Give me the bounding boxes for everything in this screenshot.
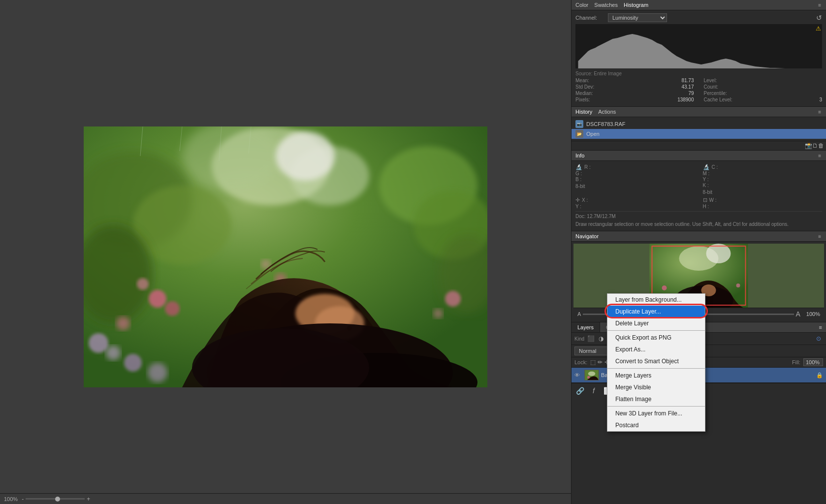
- context-menu-item-postcard[interactable]: Postcard: [607, 419, 705, 431]
- context-menu-item-flatten-image[interactable]: Flatten Image: [607, 393, 705, 405]
- context-menu-item-export-as[interactable]: Export As...: [607, 344, 705, 355]
- info-k-row: K :: [703, 183, 823, 188]
- filter-adjustment-icon[interactable]: ◑: [597, 334, 605, 343]
- b-label: B :: [575, 177, 585, 182]
- history-new-snapshot[interactable]: 📸: [805, 142, 812, 149]
- histogram-content: Channel: Luminosity RGB Red Green Blue ↺: [572, 10, 826, 106]
- info-collapse-button[interactable]: ≡: [817, 153, 822, 158]
- y2-label: Y :: [575, 204, 585, 209]
- level-row: Level:: [704, 78, 823, 83]
- histogram-svg: [575, 24, 822, 68]
- context-menu-item-new-3d-layer[interactable]: New 3D Layer from File...: [607, 408, 705, 419]
- g-label: G :: [575, 171, 585, 176]
- zoom-thumb[interactable]: [55, 497, 60, 502]
- eyedropper-icon: 🔬: [575, 164, 582, 170]
- stddev-label: Std Dev:: [575, 84, 594, 90]
- r-label: R :: [584, 164, 594, 170]
- tab-swatches[interactable]: Swatches: [594, 2, 618, 8]
- tab-history[interactable]: History: [575, 109, 592, 115]
- layers-panel-menu[interactable]: ≡: [815, 322, 826, 332]
- zoom-track[interactable]: [26, 498, 85, 500]
- pixels-value: 138900: [677, 97, 694, 102]
- y-label: Y :: [703, 177, 713, 182]
- info-b-row: B :: [575, 177, 695, 182]
- info-rgb-section: 🔬 R : G : B : 8-bit: [575, 164, 695, 195]
- zoom-slider[interactable]: - +: [22, 496, 90, 503]
- tab-navigator[interactable]: Navigator: [575, 233, 599, 239]
- history-new-doc[interactable]: 🗋: [812, 142, 818, 149]
- context-menu: Layer from Background... Duplicate Layer…: [607, 293, 705, 432]
- source-info: Source: Entire Image: [575, 70, 822, 77]
- percentile-label: Percentile:: [704, 91, 727, 96]
- context-menu-item-quick-export[interactable]: Quick Export as PNG: [607, 332, 705, 344]
- histogram-graph: ⚠: [575, 24, 822, 68]
- context-menu-separator-2: [607, 368, 705, 369]
- tab-actions[interactable]: Actions: [598, 109, 616, 115]
- navigator-collapse-button[interactable]: ≡: [817, 234, 822, 239]
- count-row: Count:: [704, 84, 823, 90]
- svg-point-13: [165, 301, 180, 316]
- info-wh-section: ⊡ W : H :: [703, 197, 823, 209]
- filter-pixel-icon[interactable]: ⬛: [586, 334, 595, 343]
- tab-layers[interactable]: Layers: [572, 322, 600, 332]
- info-panel-collapse: ≡: [817, 153, 822, 158]
- svg-point-42: [588, 372, 596, 376]
- context-menu-item-duplicate-layer[interactable]: Duplicate Layer...: [607, 306, 705, 317]
- zoom-out-icon[interactable]: -: [22, 496, 24, 503]
- navigator-panel-header: Navigator ≡: [572, 231, 826, 242]
- source-label: Source:: [575, 71, 592, 76]
- svg-point-17: [445, 291, 461, 307]
- cache-row: Cache Level: 3: [704, 97, 823, 102]
- nav-zoom-value: 100%: [806, 311, 820, 317]
- warning-icon: ⚠: [816, 25, 821, 32]
- fill-input[interactable]: [803, 358, 823, 366]
- collapse-button[interactable]: ≡: [817, 2, 822, 8]
- info-description: Draw rectangular selection or move selec…: [575, 221, 822, 228]
- info-h-row: H :: [703, 204, 823, 209]
- svg-point-11: [149, 290, 166, 308]
- panel-collapse-buttons: ≡: [817, 2, 822, 8]
- pixels-label: Pixels:: [575, 97, 590, 102]
- count-label: Count:: [704, 84, 718, 90]
- svg-point-22: [148, 363, 167, 382]
- refresh-button[interactable]: ↺: [816, 14, 822, 22]
- layer-visibility-icon[interactable]: 👁: [574, 372, 582, 378]
- tab-info[interactable]: Info: [575, 153, 584, 158]
- layer-fx-button[interactable]: f: [588, 385, 599, 396]
- info-g-row: G :: [575, 171, 695, 176]
- history-delete[interactable]: 🗑: [818, 142, 824, 149]
- crosshair-icon: ✛: [575, 197, 580, 203]
- info-content: 🔬 R : G : B : 8-bit: [572, 161, 826, 231]
- layer-thumb-svg: [585, 370, 599, 380]
- info-m-row: M :: [703, 171, 823, 176]
- cache-value: 3: [819, 97, 822, 102]
- history-item-file[interactable]: 📷 DSCF8783.RAF: [572, 119, 826, 129]
- context-menu-item-delete-layer[interactable]: Delete Layer: [607, 317, 705, 329]
- layer-link-button[interactable]: 🔗: [574, 385, 585, 396]
- nav-zoom-out-icon[interactable]: A: [577, 311, 581, 317]
- layers-filter-toggle[interactable]: ⊙: [814, 334, 823, 343]
- context-menu-item-merge-layers[interactable]: Merge Layers: [607, 370, 705, 381]
- lock-paint-button[interactable]: ✏: [598, 359, 603, 366]
- history-panel-header: History Actions ≡: [572, 107, 826, 117]
- context-menu-item-layer-from-background[interactable]: Layer from Background...: [607, 294, 705, 306]
- info-coords-grid: ✛ X : Y : ⊡ W : H: [575, 197, 822, 209]
- k-label: K :: [703, 183, 713, 188]
- zoom-in-icon[interactable]: +: [87, 496, 90, 503]
- nav-zoom-in-icon[interactable]: A: [796, 310, 800, 318]
- info-panel: Info ≡ 🔬 R : G : B :: [572, 151, 826, 231]
- info-cmyk-section: 🔬 C : M : Y : K :: [703, 164, 823, 195]
- tab-color[interactable]: Color: [575, 2, 588, 8]
- pixels-row: Pixels: 138900: [575, 97, 694, 102]
- history-collapse-button[interactable]: ≡: [817, 109, 822, 115]
- tab-histogram[interactable]: Histogram: [624, 2, 648, 8]
- doc-size: Doc: 12.7M/12.7M: [575, 214, 616, 219]
- info-xy-section: ✛ X : Y :: [575, 197, 695, 209]
- svg-point-37: [662, 285, 667, 290]
- history-filename: DSCF8783.RAF: [586, 121, 625, 127]
- context-menu-item-merge-visible[interactable]: Merge Visible: [607, 381, 705, 393]
- context-menu-item-convert-smart-object[interactable]: Convert to Smart Object: [607, 355, 705, 367]
- history-item-open[interactable]: 📂 Open: [572, 129, 826, 139]
- channel-select[interactable]: Luminosity RGB Red Green Blue: [608, 13, 667, 22]
- lock-transparent-button[interactable]: ⬚: [590, 359, 596, 366]
